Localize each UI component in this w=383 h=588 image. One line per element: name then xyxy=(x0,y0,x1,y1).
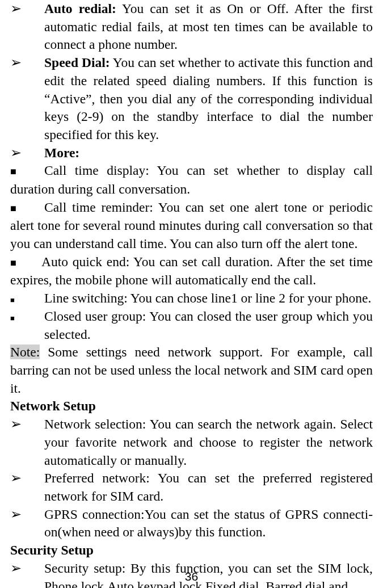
note-label: Note: xyxy=(10,345,40,359)
line-switching-text: Line switching: You can chose line1 or l… xyxy=(44,289,373,308)
bullet-square-icon: ■ xyxy=(10,200,44,217)
note-text: Some settings need network support. For … xyxy=(10,345,373,395)
network-selection-text: Network selection: You can search the ne… xyxy=(44,415,373,469)
item-more: ➢ More: xyxy=(10,144,373,162)
bullet-square-icon: ■ xyxy=(10,163,44,180)
security-setup-heading: Security Setup xyxy=(10,541,373,560)
item-gprs-connection: ➢ GPRS connection:You can set the status… xyxy=(10,506,373,541)
note-block: Note: Some settings need network support… xyxy=(10,343,373,397)
auto-quick-end-text: Auto quick end: You can set call duratio… xyxy=(10,254,373,288)
item-line-switching: ■ Line switching: You can chose line1 or… xyxy=(10,289,373,308)
item-speed-dial: ➢ Speed Dial: You can set whether to act… xyxy=(10,54,373,144)
bullet-arrow-icon: ➢ xyxy=(10,54,44,144)
bullet-arrow-icon: ➢ xyxy=(10,506,44,541)
call-time-display-text: Call time display: You can set whether t… xyxy=(10,163,373,196)
auto-redial-label: Auto redial: xyxy=(44,1,116,16)
item-network-selection: ➢ Network selection: You can search the … xyxy=(10,415,373,469)
speed-dial-label: Speed Dial: xyxy=(44,55,110,70)
call-time-reminder-text: Call time reminder: You can set one aler… xyxy=(10,200,373,251)
item-auto-redial-text: Auto redial: You can set it as On or Off… xyxy=(44,0,373,54)
bullet-arrow-icon: ➢ xyxy=(10,0,44,54)
more-label: More: xyxy=(44,145,79,160)
network-setup-heading: Network Setup xyxy=(10,397,373,415)
bullet-arrow-icon: ➢ xyxy=(10,415,44,469)
item-preferred-network: ➢ Preferred network: You can set the pre… xyxy=(10,469,373,505)
bullet-arrow-icon: ➢ xyxy=(10,469,44,505)
bullet-square-icon: ■ xyxy=(10,254,41,272)
item-auto-quick-end: ■Auto quick end: You can set call durati… xyxy=(10,253,373,289)
item-call-time-reminder: ■Call time reminder: You can set one ale… xyxy=(10,199,373,253)
bullet-arrow-icon: ➢ xyxy=(10,144,44,162)
item-speed-dial-text: Speed Dial: You can set whether to activ… xyxy=(44,54,373,144)
bullet-square-icon: ■ xyxy=(10,289,44,308)
gprs-connection-text: GPRS connection:You can set the status o… xyxy=(44,506,373,541)
preferred-network-text: Preferred network: You can set the prefe… xyxy=(44,469,373,505)
item-call-time-display: ■Call time display: You can set whether … xyxy=(10,162,373,198)
page-number: 36 xyxy=(0,569,383,585)
item-closed-user-group: ■ Closed user group: You can closed the … xyxy=(10,308,373,343)
bullet-square-icon: ■ xyxy=(10,308,44,343)
item-auto-redial: ➢ Auto redial: You can set it as On or O… xyxy=(10,0,373,54)
manual-page: ➢ Auto redial: You can set it as On or O… xyxy=(0,0,383,588)
closed-user-group-text: Closed user group: You can closed the us… xyxy=(44,308,373,343)
item-more-text: More: xyxy=(44,144,373,162)
